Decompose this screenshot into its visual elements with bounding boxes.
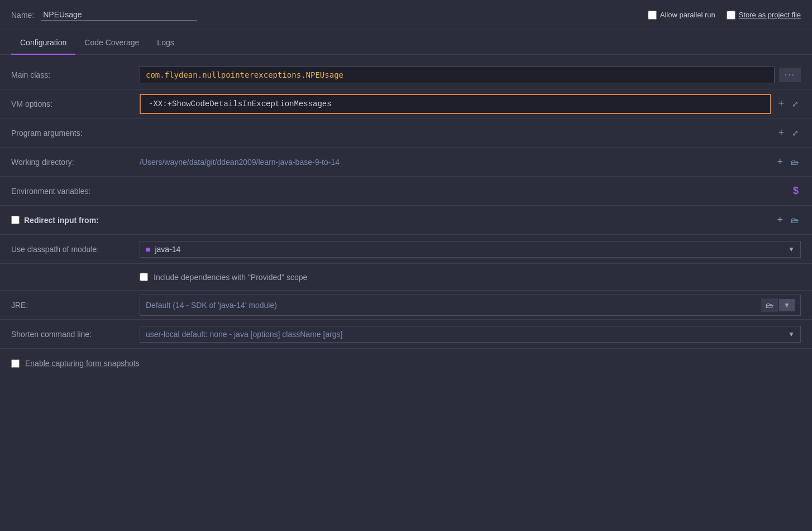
working-directory-actions: + 🗁 [775,155,801,169]
store-project-label: Store as project file [739,11,801,19]
include-deps-row: Include dependencies with "Provided" sco… [0,264,812,291]
vm-options-row: VM options: + ⤢ [0,89,812,118]
jre-value: Default (14 - SDK of 'java-14' module) [146,301,761,310]
vm-options-input[interactable] [140,94,771,114]
allow-parallel-label: Allow parallel run [660,11,715,19]
snapshots-label: Enable capturing form snapshots [25,359,140,368]
program-arguments-label: Program arguments: [11,129,140,138]
plus-icon-3: + [777,156,783,168]
use-classpath-label: Use classpath of module: [11,245,140,254]
store-project-checkbox[interactable] [727,11,735,20]
main-class-input[interactable] [140,67,775,83]
shorten-select-wrapper[interactable]: user-local default: none - java [options… [140,326,801,343]
header-left: Name: [11,9,648,21]
vm-options-label: VM options: [11,99,140,108]
dollar-icon: $ [793,185,799,197]
environment-variables-dollar-button[interactable]: $ [791,184,801,198]
working-directory-folder-button[interactable]: 🗁 [789,157,801,168]
expand-icon-2: ⤢ [792,129,799,138]
vm-options-actions: + ⤢ [776,97,801,111]
use-classpath-row: Use classpath of module: ■ java-14 ▼ [0,235,812,264]
shorten-dropdown-arrow: ▼ [788,330,795,338]
config-name-input[interactable] [41,9,197,21]
main-class-actions: ··· [779,68,801,82]
redirect-input-actions: + 🗁 [775,213,801,227]
main-class-browse-button[interactable]: ··· [779,68,801,82]
working-directory-value: /Users/wayne/data/git/ddean2009/learn-ja… [140,158,770,167]
jre-folder-icon: 🗁 [766,301,773,310]
module-icon: ■ [146,245,150,254]
jre-row: JRE: Default (14 - SDK of 'java-14' modu… [0,291,812,320]
header-right: Allow parallel run Store as project file [648,11,801,20]
redirect-input-row: Redirect input from: + 🗁 [0,206,812,235]
store-project-group: Store as project file [727,11,801,20]
redirect-folder-button[interactable]: 🗁 [789,215,801,226]
program-arguments-actions: + ⤢ [776,126,801,140]
environment-variables-actions: $ [791,184,801,198]
run-config-header: Name: Allow parallel run Store as projec… [0,0,812,30]
jre-dropdown-arrow: ▼ [784,301,790,309]
redirect-add-button[interactable]: + [775,213,785,227]
module-select-wrapper[interactable]: ■ java-14 ▼ [140,241,801,258]
main-class-row: Main class: ··· [0,60,812,89]
tab-code-coverage[interactable]: Code Coverage [75,30,148,55]
config-content: Main class: ··· VM options: + ⤢ Program … [0,55,812,383]
vm-options-add-button[interactable]: + [776,97,786,111]
folder-icon-2: 🗁 [791,216,799,225]
snapshots-checkbox[interactable] [11,359,20,368]
allow-parallel-group: Allow parallel run [648,11,715,20]
environment-variables-row: Environment variables: $ [0,177,812,206]
plus-icon-4: + [777,214,783,226]
jre-folder-button[interactable]: 🗁 [761,298,778,312]
vm-options-expand-button[interactable]: ⤢ [790,98,801,110]
include-deps-checkbox[interactable] [140,273,148,281]
module-name: java-14 [155,245,180,254]
module-dropdown-arrow: ▼ [788,245,795,253]
tab-bar: Configuration Code Coverage Logs [0,30,812,55]
shorten-command-line-label: Shorten command line: [11,330,140,339]
folder-icon: 🗁 [791,158,799,167]
name-label: Name: [11,11,34,20]
allow-parallel-checkbox[interactable] [648,11,657,20]
redirect-input-label: Redirect input from: [24,216,99,225]
program-arguments-expand-button[interactable]: ⤢ [790,127,801,139]
shorten-command-line-value: user-local default: none - java [options… [146,330,788,339]
working-directory-label: Working directory: [11,158,140,167]
working-directory-row: Working directory: /Users/wayne/data/git… [0,148,812,177]
redirect-input-group: Redirect input from: [11,216,140,225]
jre-label: JRE: [11,301,140,310]
snapshots-row: Enable capturing form snapshots [0,349,812,378]
shorten-command-line-row: Shorten command line: user-local default… [0,320,812,349]
plus-icon: + [778,98,784,110]
environment-variables-label: Environment variables: [11,187,140,196]
jre-dropdown-button[interactable]: ▼ [779,299,795,311]
jre-actions: 🗁 ▼ [761,298,795,312]
redirect-input-checkbox[interactable] [11,216,20,224]
jre-select-wrapper: Default (14 - SDK of 'java-14' module) 🗁… [140,295,801,316]
main-class-label: Main class: [11,70,140,79]
tab-logs[interactable]: Logs [148,30,183,55]
plus-icon-2: + [778,127,784,139]
expand-icon: ⤢ [792,99,799,108]
program-arguments-row: Program arguments: + ⤢ [0,118,812,148]
include-deps-label: Include dependencies with "Provided" sco… [154,273,307,282]
program-arguments-add-button[interactable]: + [776,126,786,140]
working-directory-add-button[interactable]: + [775,155,785,169]
tab-configuration[interactable]: Configuration [11,30,75,55]
